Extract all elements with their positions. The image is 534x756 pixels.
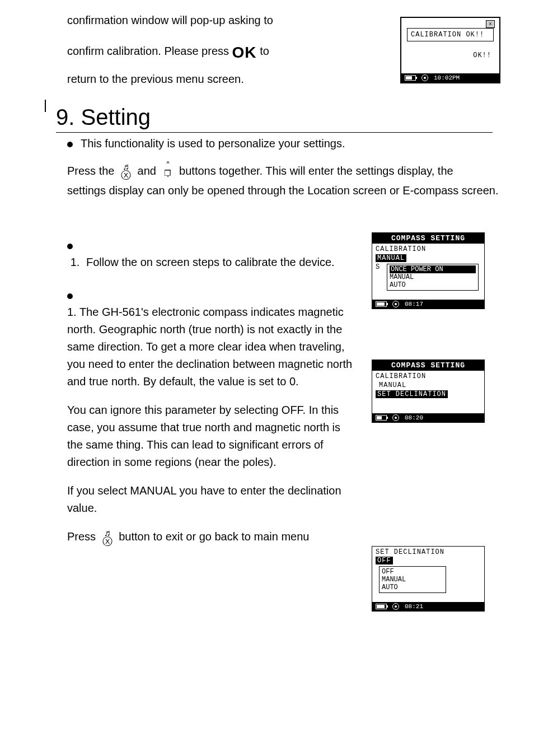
lcd3-time: 08:21	[405, 603, 423, 610]
lcd1-line2: MANUAL	[376, 254, 406, 262]
press-prefix: Press the	[67, 165, 118, 177]
lcd-compass-setting-1: COMPASS SETTING CALIBRATION MANUAL S ONC…	[372, 232, 485, 309]
intro-line3: return to the previous menu screen.	[67, 70, 383, 88]
lcd1-s: S	[374, 263, 382, 272]
lcd2-title: COMPASS SETTING	[391, 361, 465, 370]
lcd1-time: 08:17	[405, 301, 423, 307]
lcd3-title: SET DECLINATION	[372, 547, 484, 556]
lcd1-footer: 08:17	[372, 300, 484, 309]
lcd2-line1: CALIBRATION	[374, 372, 482, 381]
intro-line1: confirmation window will pop-up asking t…	[67, 11, 383, 29]
lcd1-line1: CALIBRATION	[374, 245, 482, 254]
lcd2-line2: MANUAL	[374, 381, 482, 390]
esc-button-icon: ♬ ⓧ	[99, 529, 116, 547]
lcd3-current: OFF	[376, 557, 393, 564]
lcd-cal-ok-footer: 10:02PM	[401, 73, 499, 82]
esc-button-icon: ♬ ⓧ	[118, 162, 134, 180]
intro-line2b: to	[260, 45, 269, 57]
press-exit-suffix: button to exit or go back to main menu	[119, 530, 309, 543]
lcd-cal-ok-box: CALIBRATION OK!!	[407, 28, 494, 41]
lcd1-menu: ONCE POWER ON MANUAL AUTO	[387, 264, 479, 291]
battery-icon	[376, 604, 387, 609]
lcd2-footer: 08:20	[372, 413, 484, 422]
satellite-icon	[392, 414, 399, 421]
text-cursor	[45, 100, 46, 112]
intro-bullet-text: This functionality is used to personaliz…	[81, 137, 345, 150]
intro-line2a: confirm calibration. Please press	[67, 45, 232, 57]
calibrate-list: Follow the on screen steps to calibrate …	[67, 254, 355, 271]
lcd3-footer: 08:21	[372, 602, 484, 611]
lcd-cal-ok-time: 10:02PM	[434, 74, 460, 81]
press-suffix: buttons together. This will enter the se…	[179, 165, 453, 177]
battery-icon	[405, 75, 416, 81]
close-icon: x	[486, 20, 495, 28]
battery-icon	[376, 415, 387, 421]
lcd3-menu: OFF MANUAL AUTO	[379, 566, 446, 593]
battery-icon	[376, 301, 387, 307]
bullet-icon	[67, 293, 73, 299]
press-exit-line: Press ♬ ⓧ button to exit or go back to m…	[67, 528, 355, 547]
lcd1-menu-3: AUTO	[390, 281, 476, 289]
lcd-set-declination: SET DECLINATION OFF OFF MANUAL AUTO 08:2…	[372, 546, 485, 612]
lcd-calibration-ok: x CALIBRATION OK!! OK!! 10:02PM	[400, 17, 500, 83]
declination-para3: If you select MANUAL you have to enter t…	[67, 482, 355, 517]
lcd3-menu-1: OFF	[382, 568, 443, 576]
calibrate-step1: Follow the on screen steps to calibrate …	[83, 254, 355, 271]
lcd1-menu-sel: ONCE POWER ON	[390, 265, 476, 273]
lcd3-menu-2: MANUAL	[382, 576, 443, 584]
press-instruction: Press the ♬ ⓧ and ˄ ❐ ˅ buttons together…	[67, 161, 500, 199]
satellite-icon	[392, 301, 399, 307]
ok-button-label: OK	[232, 40, 257, 66]
bullet-icon	[67, 244, 73, 249]
bullet-icon	[67, 142, 73, 147]
lcd-compass-setting-2: COMPASS SETTING CALIBRATION MANUAL SET D…	[372, 360, 485, 423]
press-line2: settings display can only be opened thro…	[67, 182, 500, 199]
section-heading: 9. Setting	[56, 105, 493, 133]
lcd1-menu-2: MANUAL	[390, 273, 476, 281]
lcd2-line3: SET DECLINATION	[376, 390, 448, 398]
lcd2-time: 08:20	[405, 414, 423, 421]
up-page-button-icon: ˄ ❐ ˅	[160, 161, 176, 182]
satellite-icon	[392, 603, 399, 610]
press-mid: and	[138, 165, 160, 177]
satellite-icon	[421, 74, 428, 81]
intro-continuation: confirmation window will pop-up asking t…	[67, 11, 383, 88]
lcd3-menu-3: AUTO	[382, 584, 443, 591]
lcd-cal-ok-okline: OK!!	[401, 46, 499, 59]
declination-para2: You can ignore this parameter by selecti…	[67, 402, 355, 471]
declination-para1: 1. The GH-561's electronic compass indic…	[67, 304, 355, 390]
lcd1-title: COMPASS SETTING	[391, 234, 465, 242]
press-exit-prefix: Press	[67, 530, 99, 543]
